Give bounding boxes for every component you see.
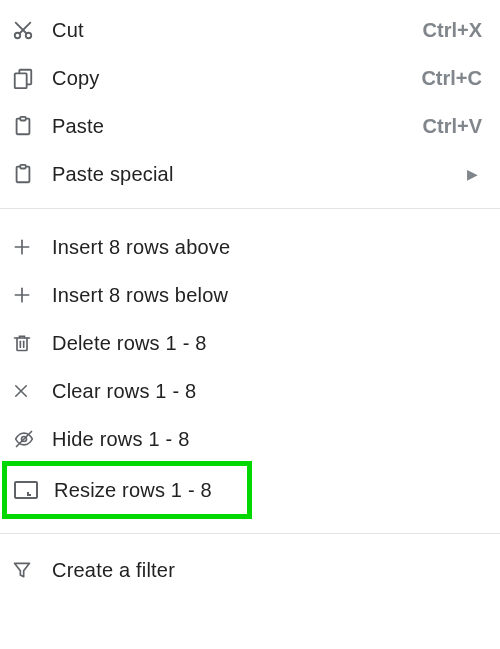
menu-item-paste[interactable]: Paste Ctrl+V bbox=[0, 102, 500, 150]
menu-item-insert-rows-above[interactable]: Insert 8 rows above bbox=[0, 223, 500, 271]
menu-label: Insert 8 rows above bbox=[52, 236, 488, 259]
menu-shortcut: Ctrl+V bbox=[423, 115, 488, 138]
context-menu: Cut Ctrl+X Copy Ctrl+C Paste Ctrl+V bbox=[0, 0, 500, 594]
copy-icon bbox=[12, 67, 52, 89]
menu-label: Hide rows 1 - 8 bbox=[52, 428, 488, 451]
eye-off-icon bbox=[12, 429, 52, 449]
plus-icon bbox=[12, 237, 52, 257]
svg-rect-9 bbox=[20, 165, 26, 169]
menu-item-cut[interactable]: Cut Ctrl+X bbox=[0, 6, 500, 54]
plus-icon bbox=[12, 285, 52, 305]
svg-marker-22 bbox=[15, 563, 30, 576]
trash-icon bbox=[12, 332, 52, 354]
menu-item-resize-rows[interactable]: Resize rows 1 - 8 bbox=[2, 461, 252, 519]
menu-item-copy[interactable]: Copy Ctrl+C bbox=[0, 54, 500, 102]
menu-label: Paste special bbox=[52, 163, 467, 186]
filter-icon bbox=[12, 560, 52, 580]
menu-label: Create a filter bbox=[52, 559, 488, 582]
menu-item-delete-rows[interactable]: Delete rows 1 - 8 bbox=[0, 319, 500, 367]
menu-item-create-filter[interactable]: Create a filter bbox=[0, 546, 500, 594]
resize-icon bbox=[14, 481, 54, 499]
menu-label: Delete rows 1 - 8 bbox=[52, 332, 488, 355]
svg-rect-7 bbox=[20, 117, 26, 121]
menu-label: Paste bbox=[52, 115, 423, 138]
menu-separator bbox=[0, 208, 500, 209]
submenu-arrow-icon: ▶ bbox=[467, 166, 488, 182]
menu-label: Copy bbox=[52, 67, 421, 90]
menu-label: Insert 8 rows below bbox=[52, 284, 488, 307]
menu-item-clear-rows[interactable]: Clear rows 1 - 8 bbox=[0, 367, 500, 415]
cut-icon bbox=[12, 19, 52, 41]
menu-shortcut: Ctrl+C bbox=[421, 67, 488, 90]
menu-item-insert-rows-below[interactable]: Insert 8 rows below bbox=[0, 271, 500, 319]
menu-separator bbox=[0, 533, 500, 534]
svg-rect-21 bbox=[15, 482, 37, 498]
menu-item-paste-special[interactable]: Paste special ▶ bbox=[0, 150, 500, 198]
menu-item-hide-rows[interactable]: Hide rows 1 - 8 bbox=[0, 415, 500, 463]
menu-label: Clear rows 1 - 8 bbox=[52, 380, 488, 403]
menu-shortcut: Ctrl+X bbox=[423, 19, 488, 42]
paste-icon bbox=[12, 115, 52, 137]
paste-icon bbox=[12, 163, 52, 185]
menu-label: Resize rows 1 - 8 bbox=[54, 479, 235, 502]
menu-label: Cut bbox=[52, 19, 423, 42]
x-icon bbox=[12, 382, 52, 400]
svg-rect-5 bbox=[15, 73, 27, 88]
